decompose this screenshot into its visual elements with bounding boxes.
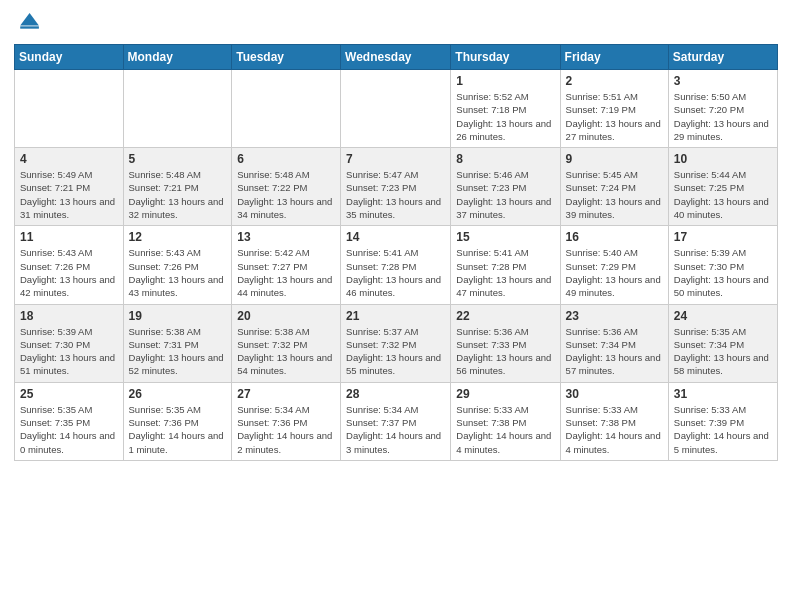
day-info: Sunrise: 5:43 AMSunset: 7:26 PMDaylight:… [20,246,118,299]
day-info: Sunrise: 5:44 AMSunset: 7:25 PMDaylight:… [674,168,772,221]
calendar-table: SundayMondayTuesdayWednesdayThursdayFrid… [14,44,778,461]
day-number: 13 [237,230,335,244]
header [14,10,778,38]
day-number: 19 [129,309,227,323]
weekday-header-monday: Monday [123,45,232,70]
day-number: 22 [456,309,554,323]
day-info: Sunrise: 5:37 AMSunset: 7:32 PMDaylight:… [346,325,445,378]
calendar-cell: 6Sunrise: 5:48 AMSunset: 7:22 PMDaylight… [232,148,341,226]
calendar-cell: 14Sunrise: 5:41 AMSunset: 7:28 PMDayligh… [341,226,451,304]
calendar-week-3: 11Sunrise: 5:43 AMSunset: 7:26 PMDayligh… [15,226,778,304]
logo-icon [14,10,42,38]
day-number: 14 [346,230,445,244]
day-info: Sunrise: 5:40 AMSunset: 7:29 PMDaylight:… [566,246,663,299]
svg-marker-0 [20,13,39,25]
calendar-week-2: 4Sunrise: 5:49 AMSunset: 7:21 PMDaylight… [15,148,778,226]
day-info: Sunrise: 5:46 AMSunset: 7:23 PMDaylight:… [456,168,554,221]
calendar-cell: 7Sunrise: 5:47 AMSunset: 7:23 PMDaylight… [341,148,451,226]
day-info: Sunrise: 5:52 AMSunset: 7:18 PMDaylight:… [456,90,554,143]
calendar-cell: 15Sunrise: 5:41 AMSunset: 7:28 PMDayligh… [451,226,560,304]
calendar-cell: 11Sunrise: 5:43 AMSunset: 7:26 PMDayligh… [15,226,124,304]
calendar-cell: 17Sunrise: 5:39 AMSunset: 7:30 PMDayligh… [668,226,777,304]
day-info: Sunrise: 5:35 AMSunset: 7:34 PMDaylight:… [674,325,772,378]
day-info: Sunrise: 5:43 AMSunset: 7:26 PMDaylight:… [129,246,227,299]
day-number: 26 [129,387,227,401]
day-info: Sunrise: 5:35 AMSunset: 7:35 PMDaylight:… [20,403,118,456]
day-number: 24 [674,309,772,323]
day-number: 25 [20,387,118,401]
day-info: Sunrise: 5:34 AMSunset: 7:36 PMDaylight:… [237,403,335,456]
calendar-week-4: 18Sunrise: 5:39 AMSunset: 7:30 PMDayligh… [15,304,778,382]
day-info: Sunrise: 5:51 AMSunset: 7:19 PMDaylight:… [566,90,663,143]
day-info: Sunrise: 5:48 AMSunset: 7:21 PMDaylight:… [129,168,227,221]
calendar-cell: 22Sunrise: 5:36 AMSunset: 7:33 PMDayligh… [451,304,560,382]
logo [14,10,46,38]
calendar-cell: 16Sunrise: 5:40 AMSunset: 7:29 PMDayligh… [560,226,668,304]
calendar-week-1: 1Sunrise: 5:52 AMSunset: 7:18 PMDaylight… [15,70,778,148]
weekday-header-sunday: Sunday [15,45,124,70]
day-number: 27 [237,387,335,401]
day-number: 17 [674,230,772,244]
calendar-cell: 9Sunrise: 5:45 AMSunset: 7:24 PMDaylight… [560,148,668,226]
calendar-cell: 19Sunrise: 5:38 AMSunset: 7:31 PMDayligh… [123,304,232,382]
day-number: 15 [456,230,554,244]
day-number: 10 [674,152,772,166]
day-info: Sunrise: 5:36 AMSunset: 7:34 PMDaylight:… [566,325,663,378]
calendar-cell: 1Sunrise: 5:52 AMSunset: 7:18 PMDaylight… [451,70,560,148]
calendar-cell: 18Sunrise: 5:39 AMSunset: 7:30 PMDayligh… [15,304,124,382]
svg-rect-1 [20,26,39,28]
calendar-cell: 13Sunrise: 5:42 AMSunset: 7:27 PMDayligh… [232,226,341,304]
calendar-cell: 27Sunrise: 5:34 AMSunset: 7:36 PMDayligh… [232,382,341,460]
day-number: 3 [674,74,772,88]
calendar-cell: 4Sunrise: 5:49 AMSunset: 7:21 PMDaylight… [15,148,124,226]
day-info: Sunrise: 5:41 AMSunset: 7:28 PMDaylight:… [346,246,445,299]
day-info: Sunrise: 5:33 AMSunset: 7:38 PMDaylight:… [456,403,554,456]
day-number: 23 [566,309,663,323]
calendar-cell: 2Sunrise: 5:51 AMSunset: 7:19 PMDaylight… [560,70,668,148]
calendar-cell: 30Sunrise: 5:33 AMSunset: 7:38 PMDayligh… [560,382,668,460]
calendar-cell [15,70,124,148]
day-number: 9 [566,152,663,166]
day-info: Sunrise: 5:45 AMSunset: 7:24 PMDaylight:… [566,168,663,221]
day-info: Sunrise: 5:38 AMSunset: 7:31 PMDaylight:… [129,325,227,378]
day-number: 11 [20,230,118,244]
day-info: Sunrise: 5:50 AMSunset: 7:20 PMDaylight:… [674,90,772,143]
calendar-cell: 29Sunrise: 5:33 AMSunset: 7:38 PMDayligh… [451,382,560,460]
day-info: Sunrise: 5:48 AMSunset: 7:22 PMDaylight:… [237,168,335,221]
calendar-cell [232,70,341,148]
day-number: 20 [237,309,335,323]
calendar-cell: 23Sunrise: 5:36 AMSunset: 7:34 PMDayligh… [560,304,668,382]
day-number: 29 [456,387,554,401]
day-info: Sunrise: 5:39 AMSunset: 7:30 PMDaylight:… [20,325,118,378]
calendar-cell [341,70,451,148]
calendar-cell: 28Sunrise: 5:34 AMSunset: 7:37 PMDayligh… [341,382,451,460]
weekday-header-saturday: Saturday [668,45,777,70]
day-info: Sunrise: 5:41 AMSunset: 7:28 PMDaylight:… [456,246,554,299]
day-number: 30 [566,387,663,401]
day-number: 4 [20,152,118,166]
weekday-header-row: SundayMondayTuesdayWednesdayThursdayFrid… [15,45,778,70]
day-number: 8 [456,152,554,166]
calendar-cell: 25Sunrise: 5:35 AMSunset: 7:35 PMDayligh… [15,382,124,460]
weekday-header-tuesday: Tuesday [232,45,341,70]
day-number: 5 [129,152,227,166]
day-number: 18 [20,309,118,323]
calendar-cell: 12Sunrise: 5:43 AMSunset: 7:26 PMDayligh… [123,226,232,304]
day-number: 31 [674,387,772,401]
weekday-header-wednesday: Wednesday [341,45,451,70]
calendar-cell: 26Sunrise: 5:35 AMSunset: 7:36 PMDayligh… [123,382,232,460]
calendar-week-5: 25Sunrise: 5:35 AMSunset: 7:35 PMDayligh… [15,382,778,460]
day-info: Sunrise: 5:47 AMSunset: 7:23 PMDaylight:… [346,168,445,221]
day-number: 2 [566,74,663,88]
calendar-cell: 20Sunrise: 5:38 AMSunset: 7:32 PMDayligh… [232,304,341,382]
weekday-header-thursday: Thursday [451,45,560,70]
calendar-cell: 24Sunrise: 5:35 AMSunset: 7:34 PMDayligh… [668,304,777,382]
day-info: Sunrise: 5:36 AMSunset: 7:33 PMDaylight:… [456,325,554,378]
day-info: Sunrise: 5:42 AMSunset: 7:27 PMDaylight:… [237,246,335,299]
day-info: Sunrise: 5:34 AMSunset: 7:37 PMDaylight:… [346,403,445,456]
weekday-header-friday: Friday [560,45,668,70]
day-number: 6 [237,152,335,166]
calendar-cell: 3Sunrise: 5:50 AMSunset: 7:20 PMDaylight… [668,70,777,148]
day-info: Sunrise: 5:33 AMSunset: 7:38 PMDaylight:… [566,403,663,456]
calendar-cell: 31Sunrise: 5:33 AMSunset: 7:39 PMDayligh… [668,382,777,460]
